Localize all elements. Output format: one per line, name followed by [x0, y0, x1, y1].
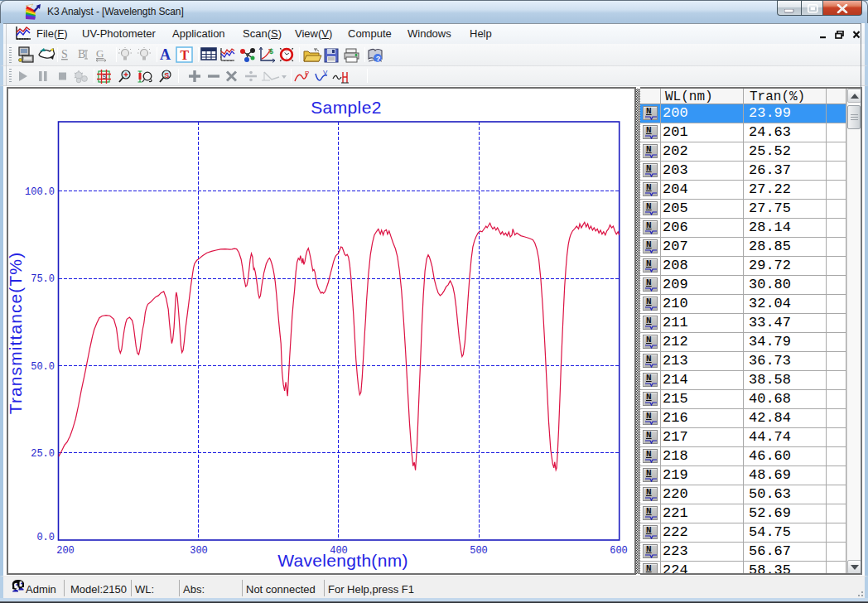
svg-text:50.0: 50.0 — [31, 361, 55, 373]
svg-text:600: 600 — [610, 545, 628, 557]
svg-text:300: 300 — [190, 545, 208, 557]
svg-text:Sample2: Sample2 — [311, 98, 382, 117]
svg-text:0.0: 0.0 — [36, 532, 55, 543]
svg-text:200: 200 — [56, 545, 75, 557]
svg-text:100.0: 100.0 — [25, 186, 55, 198]
svg-text:25.0: 25.0 — [31, 448, 55, 460]
svg-text:500: 500 — [470, 545, 488, 557]
svg-text:400: 400 — [330, 545, 348, 557]
svg-text:Transmittance(T%): Transmittance(T%) — [6, 252, 25, 414]
svg-text:75.0: 75.0 — [31, 273, 55, 285]
